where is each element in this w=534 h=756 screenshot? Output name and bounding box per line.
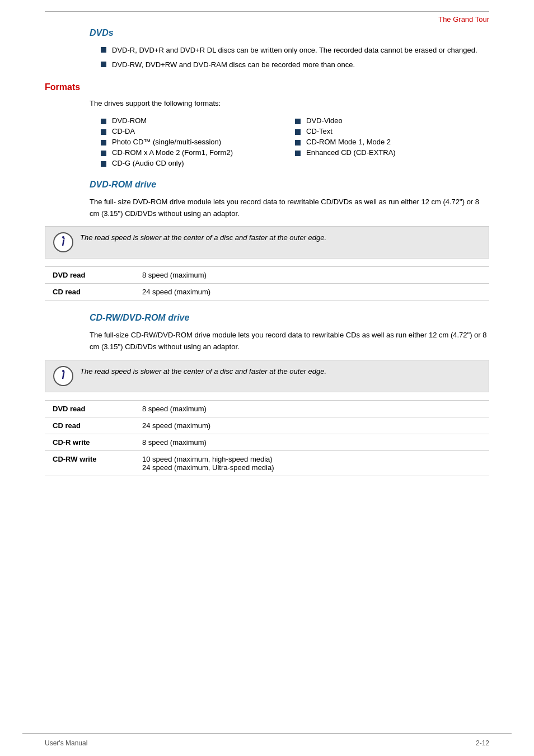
format-item-cd-da: CD-DA — [112, 127, 135, 135]
cdrw-dvdrom-title: CD-RW/DVD-ROM drive — [90, 313, 489, 323]
cd-r-write-value: 8 speed (maximum) — [134, 434, 489, 450]
list-item: Photo CD™ (single/multi-session) — [101, 138, 295, 146]
cd-read-value: 24 speed (maximum) — [134, 284, 489, 300]
list-item: DVD-R, DVD+R and DVD+R DL discs can be w… — [101, 45, 489, 56]
bullet-icon — [101, 129, 106, 135]
section-cdrw-dvdrom: CD-RW/DVD-ROM drive The full-size CD-RW/… — [45, 313, 489, 476]
table-row: CD-RW write 10 speed (maximum, high-spee… — [45, 450, 489, 476]
format-item-photo-cd: Photo CD™ (single/multi-session) — [112, 138, 221, 146]
formats-grid-empty — [295, 159, 489, 167]
header-title: The Grand Tour — [45, 15, 489, 24]
bullet-icon — [101, 47, 106, 53]
cd-rw-write-line2: 24 speed (maximum, Ultra-speed media) — [142, 463, 481, 472]
bullet-icon — [295, 129, 301, 135]
format-item-cdrom-xa: CD-ROM x A Mode 2 (Form1, Form2) — [112, 148, 233, 157]
dvd-read-label: DVD read — [45, 267, 134, 284]
bullet-icon — [101, 161, 106, 167]
bullet-icon — [295, 151, 301, 156]
bullet-icon — [101, 140, 106, 145]
dvd-rom-drive-table: DVD read 8 speed (maximum) CD read 24 sp… — [45, 266, 489, 300]
cdrw-dvdrom-body: The full-size CD-RW/DVD-ROM drive module… — [90, 330, 489, 353]
table-row: CD read 24 speed (maximum) — [45, 417, 489, 434]
dvds-bullet-list: DVD-R, DVD+R and DVD+R DL discs can be w… — [101, 45, 489, 70]
bullet-icon — [101, 119, 106, 124]
list-item: CD-Text — [295, 127, 489, 135]
dvd-rom-drive-title: DVD-ROM drive — [90, 180, 489, 190]
list-item: Enhanced CD (CD-EXTRA) — [295, 148, 489, 157]
footer-right: 2-12 — [476, 739, 489, 747]
dvds-bullet-1: DVD-R, DVD+R and DVD+R DL discs can be w… — [112, 45, 477, 56]
dvd-rom-note-box: i The read speed is slower at the center… — [45, 226, 489, 259]
format-item-cd-text: CD-Text — [306, 127, 332, 135]
cd-r-write-label: CD-R write — [45, 434, 134, 450]
dvd-read-label: DVD read — [45, 400, 134, 417]
page: The Grand Tour DVDs DVD-R, DVD+R and DVD… — [0, 0, 534, 756]
table-row: CD-R write 8 speed (maximum) — [45, 434, 489, 450]
bullet-icon — [101, 62, 106, 67]
dvd-read-value: 8 speed (maximum) — [134, 267, 489, 284]
section-formats: Formats The drives support the following… — [45, 82, 489, 167]
list-item: DVD-ROM — [101, 116, 295, 125]
section-dvd-rom-drive: DVD-ROM drive The full- size DVD-ROM dri… — [45, 180, 489, 301]
footer-left: User's Manual — [45, 739, 87, 747]
list-item: CD-ROM Mode 1, Mode 2 — [295, 138, 489, 146]
cd-rw-write-value: 10 speed (maximum, high-speed media) 24 … — [134, 450, 489, 476]
format-item-cd-g: CD-G (Audio CD only) — [112, 159, 184, 167]
dvds-title: DVDs — [90, 28, 489, 38]
list-item: CD-ROM x A Mode 2 (Form1, Form2) — [101, 148, 295, 157]
cd-read-label: CD read — [45, 284, 134, 300]
format-item-cdrom-mode: CD-ROM Mode 1, Mode 2 — [306, 138, 391, 146]
table-row: DVD read 8 speed (maximum) — [45, 267, 489, 284]
cdrw-note-box: i The read speed is slower at the center… — [45, 360, 489, 392]
bullet-icon — [101, 151, 106, 156]
top-border-line — [45, 11, 489, 12]
dvd-read-value: 8 speed (maximum) — [134, 400, 489, 417]
formats-grid: DVD-ROM DVD-Video CD-DA CD-Text Photo CD… — [101, 116, 489, 167]
formats-intro: The drives support the following formats… — [90, 98, 489, 110]
cd-rw-write-label: CD-RW write — [45, 450, 134, 476]
format-item-enhanced-cd: Enhanced CD (CD-EXTRA) — [306, 148, 396, 157]
table-row: CD read 24 speed (maximum) — [45, 284, 489, 300]
list-item: DVD-Video — [295, 116, 489, 125]
list-item: CD-DA — [101, 127, 295, 135]
cdrw-note-text: The read speed is slower at the center o… — [80, 366, 326, 377]
formats-title: Formats — [45, 82, 489, 92]
info-icon: i — [53, 366, 73, 386]
cd-read-value: 24 speed (maximum) — [134, 417, 489, 434]
dvds-bullet-2: DVD-RW, DVD+RW and DVD-RAM discs can be … — [112, 59, 355, 71]
bullet-icon — [295, 140, 301, 145]
footer: User's Manual 2-12 — [45, 739, 489, 747]
table-row: DVD read 8 speed (maximum) — [45, 400, 489, 417]
list-item: CD-G (Audio CD only) — [101, 159, 295, 167]
section-dvds: DVDs DVD-R, DVD+R and DVD+R DL discs can… — [45, 28, 489, 70]
format-item-dvd-rom: DVD-ROM — [112, 116, 147, 125]
cd-read-label: CD read — [45, 417, 134, 434]
footer-line — [22, 733, 512, 734]
dvd-rom-note-text: The read speed is slower at the center o… — [80, 232, 326, 243]
dvd-rom-drive-body: The full- size DVD-ROM drive module lets… — [90, 196, 489, 220]
format-item-dvd-video: DVD-Video — [306, 116, 343, 125]
info-icon: i — [53, 232, 73, 252]
list-item: DVD-RW, DVD+RW and DVD-RAM discs can be … — [101, 59, 489, 71]
cdrw-dvdrom-table: DVD read 8 speed (maximum) CD read 24 sp… — [45, 400, 489, 476]
cd-rw-write-line1: 10 speed (maximum, high-speed media) — [142, 455, 481, 463]
bullet-icon — [295, 119, 301, 124]
